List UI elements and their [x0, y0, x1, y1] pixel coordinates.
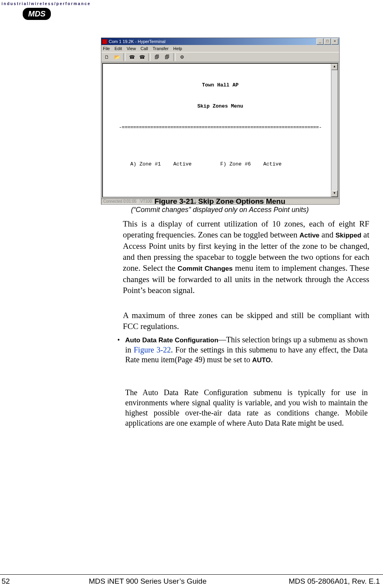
terminal-viewport: Town Hall AP Skip Zones Menu -==========…	[102, 63, 338, 198]
toolbar-call-icon[interactable]: ☎	[127, 53, 137, 61]
menu-view[interactable]: View	[127, 46, 136, 51]
menu-transfer[interactable]: Transfer	[153, 46, 169, 51]
app-icon	[102, 39, 107, 44]
close-button[interactable]: ×	[331, 38, 338, 45]
scroll-up-icon[interactable]: ▲	[331, 64, 338, 70]
vertical-scrollbar[interactable]: ▲ ▼	[331, 64, 338, 197]
window-titlebar: Com 1 19.2K - HyperTerminal _ □ ×	[101, 38, 339, 45]
page-footer: 52 MDS iNET 900 Series User’s Guide MDS …	[0, 574, 383, 586]
term-active: Active	[300, 232, 320, 239]
toolbar-new-icon[interactable]: 🗋	[102, 53, 111, 61]
bullet-title: Auto Data Rate Configuration	[125, 336, 218, 344]
figure-subtitle: (“Commit changes” displayed only on Acce…	[101, 206, 339, 214]
scroll-down-icon[interactable]: ▼	[331, 191, 338, 197]
figure-caption: Figure 3-21. Skip Zone Options Menu (“Co…	[101, 197, 339, 214]
figure-title: Figure 3-21. Skip Zone Options Menu	[101, 197, 339, 206]
toolbar-properties-icon[interactable]: ⚙	[177, 53, 187, 61]
paragraph-1: This is a display of current utilization…	[123, 218, 369, 296]
bullet-item: • Auto Data Rate Configuration—This sele…	[117, 335, 368, 365]
term-auto: AUTO	[252, 356, 271, 364]
footer-revision: MDS 05-2806A01, Rev. E.1	[270, 577, 383, 586]
menu-call[interactable]: Call	[140, 46, 148, 51]
window-title: Com 1 19.2K - HyperTerminal	[109, 39, 165, 44]
toolbar-open-icon[interactable]: 📂	[112, 53, 122, 61]
menu-file[interactable]: File	[103, 46, 110, 51]
terminal-title2: Skip Zones Menu	[103, 103, 338, 110]
maximize-button[interactable]: □	[324, 38, 331, 45]
zone-row: A) Zone #1Active F) Zone #6Active	[103, 161, 338, 168]
logo-badge: MDS	[23, 8, 51, 20]
minimize-button[interactable]: _	[316, 38, 324, 45]
hyperterminal-window: Com 1 19.2K - HyperTerminal _ □ × File E…	[101, 38, 340, 205]
footer-guide-title: MDS iNET 900 Series User’s Guide	[25, 577, 270, 586]
menu-edit[interactable]: Edit	[115, 46, 122, 51]
toolbar-hangup-icon[interactable]: ☎	[137, 53, 147, 61]
paragraph-3: The Auto Data Rate Configuration submenu…	[125, 387, 368, 428]
toolbar-receive-icon[interactable]: 🗐	[162, 53, 172, 61]
figure-link[interactable]: Figure 3-22	[134, 345, 171, 354]
bullet-icon: •	[117, 335, 125, 365]
toolbar-send-icon[interactable]: 🗐	[152, 53, 162, 61]
toolbar: 🗋 📂 ☎ ☎ 🗐 🗐 ⚙	[101, 52, 339, 62]
menubar: File Edit View Call Transfer Help	[101, 45, 339, 52]
paragraph-2: A maximum of three zones can be skipped …	[123, 310, 369, 332]
term-commit-changes: Commit Changes	[178, 265, 233, 272]
terminal-separator: -=======================================…	[103, 124, 338, 131]
header-tagline: industrial/wireless/performance	[2, 2, 91, 6]
term-skipped: Skipped	[335, 232, 361, 239]
terminal-title1: Town Hall AP	[103, 82, 338, 89]
menu-help[interactable]: Help	[173, 46, 182, 51]
page-number: 52	[0, 577, 25, 586]
